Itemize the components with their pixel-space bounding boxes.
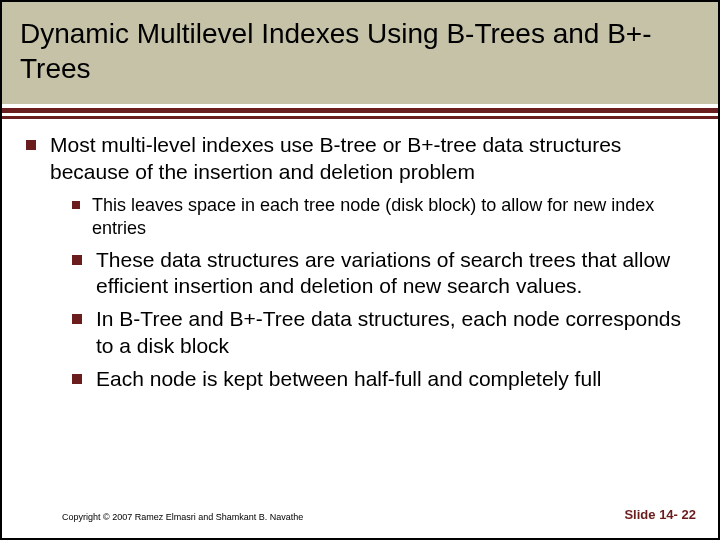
- list-item: Most multi-level indexes use B-tree or B…: [26, 132, 694, 186]
- bullet-text: Each node is kept between half-full and …: [96, 366, 694, 393]
- square-bullet-icon: [72, 314, 82, 324]
- slide-title: Dynamic Multilevel Indexes Using B-Trees…: [20, 16, 700, 86]
- title-divider: [2, 104, 718, 126]
- list-item: This leaves space in each tree node (dis…: [72, 194, 694, 241]
- slide-footer: Copyright © 2007 Ramez Elmasri and Shamk…: [2, 507, 718, 538]
- bullet-text: Most multi-level indexes use B-tree or B…: [50, 132, 694, 186]
- slide-body: Most multi-level indexes use B-tree or B…: [2, 126, 718, 393]
- bullet-text: These data structures are variations of …: [96, 247, 694, 301]
- slide: Dynamic Multilevel Indexes Using B-Trees…: [0, 0, 720, 540]
- list-item: Each node is kept between half-full and …: [72, 366, 694, 393]
- bullet-list-level1: Most multi-level indexes use B-tree or B…: [26, 132, 694, 186]
- list-item: In B-Tree and B+-Tree data structures, e…: [72, 306, 694, 360]
- bullet-list-level2: These data structures are variations of …: [72, 247, 694, 393]
- title-band: Dynamic Multilevel Indexes Using B-Trees…: [2, 2, 718, 104]
- bullet-text: In B-Tree and B+-Tree data structures, e…: [96, 306, 694, 360]
- bullet-list-level3: This leaves space in each tree node (dis…: [72, 194, 694, 241]
- square-bullet-icon: [26, 140, 36, 150]
- square-bullet-icon: [72, 255, 82, 265]
- divider-bar-thick: [2, 108, 718, 113]
- slide-number: Slide 14- 22: [624, 507, 696, 522]
- bullet-text: This leaves space in each tree node (dis…: [92, 194, 694, 241]
- square-bullet-icon: [72, 201, 80, 209]
- list-item: These data structures are variations of …: [72, 247, 694, 301]
- copyright-text: Copyright © 2007 Ramez Elmasri and Shamk…: [62, 512, 303, 522]
- divider-bar-thin: [2, 116, 718, 119]
- square-bullet-icon: [72, 374, 82, 384]
